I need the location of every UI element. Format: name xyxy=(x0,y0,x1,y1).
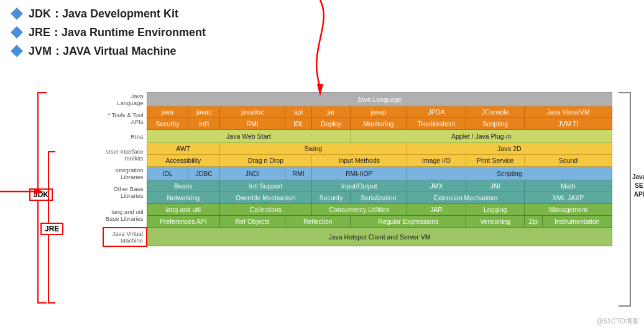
cell-java-web-start: Java Web Start xyxy=(147,130,351,143)
cell-monitoring: Monitoring xyxy=(351,118,407,130)
cell-zip: Zip xyxy=(525,216,542,228)
label-lang-util: lang and util Base Libraries xyxy=(103,204,147,228)
cell-image-io: Image I/O xyxy=(407,155,466,167)
cell-intl: Int'l xyxy=(188,118,220,130)
cell-collections: Collections xyxy=(219,204,311,216)
cell-management: Management xyxy=(525,204,612,216)
cell-lang-util: lang and util xyxy=(147,204,219,216)
label-integration: Integration Libraries xyxy=(103,167,147,180)
label-ui-toolkits: User Interface Toolkits xyxy=(103,143,147,167)
cell-accessibility: Accessibility xyxy=(147,155,219,167)
cell-javap: javap xyxy=(351,106,407,118)
row-integration: Integration Libraries IDL JDBC JNDI RMI … xyxy=(103,167,612,180)
row-rias: RIAs Java Web Start Applet / Java Plug-i… xyxy=(103,130,612,143)
java-se-label: JavaSEAPI xyxy=(630,173,644,199)
cell-jdbc: JDBC xyxy=(188,167,220,180)
cell-java2d: Java 2D xyxy=(407,143,612,155)
jdk-label: JDK：Java Development Kit xyxy=(29,6,178,21)
svg-marker-1 xyxy=(34,188,44,195)
cell-rmi-iiop: RMI-IIOP xyxy=(311,167,407,180)
cell-deploy: Deploy xyxy=(311,118,350,130)
cell-logging: Logging xyxy=(466,204,525,216)
cell-sound: Sound xyxy=(525,155,612,167)
row-tools-1: * Tools & Tool APIs java javac javadoc a… xyxy=(103,106,612,118)
cell-input-methods: Input Methods xyxy=(311,155,407,167)
cell-drag-drop: Drag n Drop xyxy=(219,155,311,167)
row-lang-1: lang and util Base Libraries lang and ut… xyxy=(103,204,612,216)
diamond-icon-jre xyxy=(11,26,23,39)
cell-ref-objects: Ref Objects xyxy=(219,216,285,228)
cell-javac: javac xyxy=(188,106,220,118)
cell-applet: Applet / Java Plug-in xyxy=(351,130,612,143)
watermark: @51CTO博客 xyxy=(597,317,639,326)
cell-javadoc: javadoc xyxy=(219,106,285,118)
cell-serialization: Serialization xyxy=(351,192,407,204)
cell-regular-expressions: Regular Expressions xyxy=(351,216,466,228)
row-jvm: Java Virtual Machine Java Hotspot Client… xyxy=(103,228,612,246)
cell-jar-lang: JAR xyxy=(407,204,466,216)
cell-xml-jaxp: XML JAXP xyxy=(525,192,612,204)
cell-extension-mechanism: Extension Mechanism xyxy=(407,192,524,204)
cell-versioning: Versioning xyxy=(466,216,525,228)
row-java-language: Java Language Java Language xyxy=(103,93,612,106)
label-java-language: Java Language xyxy=(103,93,147,106)
arrow-down-svg xyxy=(295,0,345,100)
jre-label: JRE：Java Runtime Environment xyxy=(29,25,206,40)
java-diagram-table: Java Language Java Language * Tools & To… xyxy=(103,92,612,247)
cell-jni: JNI xyxy=(466,180,525,192)
row-ui-2: Accessibility Drag n Drop Input Methods … xyxy=(103,155,612,167)
cell-networking: Networking xyxy=(147,192,219,204)
diamond-icon-jdk xyxy=(11,7,23,20)
cell-jconsole: JConsole xyxy=(466,106,525,118)
cell-reflection: Reflection xyxy=(285,216,351,228)
svg-marker-0 xyxy=(317,84,323,96)
cell-scripting-tools: Scripting xyxy=(466,118,525,130)
cell-intl-support: Intl Support xyxy=(219,180,311,192)
diamond-icon-jvm xyxy=(11,45,23,57)
cell-security-tools: Security xyxy=(147,118,188,130)
diagram-area: JDK JRE JavaSEAPI Java Language Java Lan… xyxy=(103,92,612,247)
row-ui-1: User Interface Toolkits AWT Swing Java 2… xyxy=(103,143,612,155)
cell-rmi-int: RMI xyxy=(285,167,312,180)
cell-java-language: Java Language xyxy=(147,93,612,106)
label-other-base: Other Base Libraries xyxy=(103,180,147,204)
jre-box: JRE xyxy=(40,223,63,235)
cell-print-service: Print Service xyxy=(466,155,525,167)
cell-math: Math xyxy=(525,180,612,192)
cell-security-base: Security xyxy=(311,192,350,204)
cell-jpda: JPDA xyxy=(407,106,466,118)
cell-input-output: Input/Output xyxy=(311,180,407,192)
row-other-1: Other Base Libraries Beans Intl Support … xyxy=(103,180,612,192)
cell-idl-int: IDL xyxy=(147,167,188,180)
jvm-label: JVM：JAVA Virtual Machine xyxy=(29,44,176,58)
cell-troubleshoot: Troubleshoot xyxy=(407,118,466,130)
arrow-right-svg xyxy=(0,179,50,204)
row-lang-2: Preferences API Ref Objects Reflection R… xyxy=(103,216,612,228)
cell-jar: jar xyxy=(311,106,350,118)
cell-java-visualvm: Java VisualVM xyxy=(525,106,612,118)
label-rias: RIAs xyxy=(103,130,147,143)
label-jvm: Java Virtual Machine xyxy=(103,228,147,246)
row-tools-2: Security Int'l RMI IDL Deploy Monitoring… xyxy=(103,118,612,130)
cell-preferences-api: Preferences API xyxy=(147,216,219,228)
row-other-2: Networking Override Mechanism Security S… xyxy=(103,192,612,204)
cell-apt: apt xyxy=(285,106,312,118)
cell-beans: Beans xyxy=(147,180,219,192)
cell-instrumentation: Instrumentation xyxy=(542,216,612,228)
cell-idl-tools: IDL xyxy=(285,118,312,130)
java-se-bracket xyxy=(619,92,631,307)
cell-concurrency: Concurrency Utilities xyxy=(311,204,407,216)
cell-swing: Swing xyxy=(219,143,407,155)
main-container: JDK：Java Development Kit JRE：Java Runtim… xyxy=(0,0,644,329)
cell-java: java xyxy=(147,106,188,118)
cell-awt: AWT xyxy=(147,143,219,155)
cell-rmi-tools: RMI xyxy=(219,118,285,130)
cell-jmx: JMX xyxy=(407,180,466,192)
cell-override-mechanism: Override Mechanism xyxy=(219,192,311,204)
cell-scripting-int: Scripting xyxy=(407,167,612,180)
cell-jvm: Java Hotspot Client and Server VM xyxy=(147,228,612,246)
label-tools: * Tools & Tool APIs xyxy=(103,106,147,130)
cell-jndi: JNDI xyxy=(219,167,285,180)
cell-jvmti: JVM TI xyxy=(525,118,612,130)
